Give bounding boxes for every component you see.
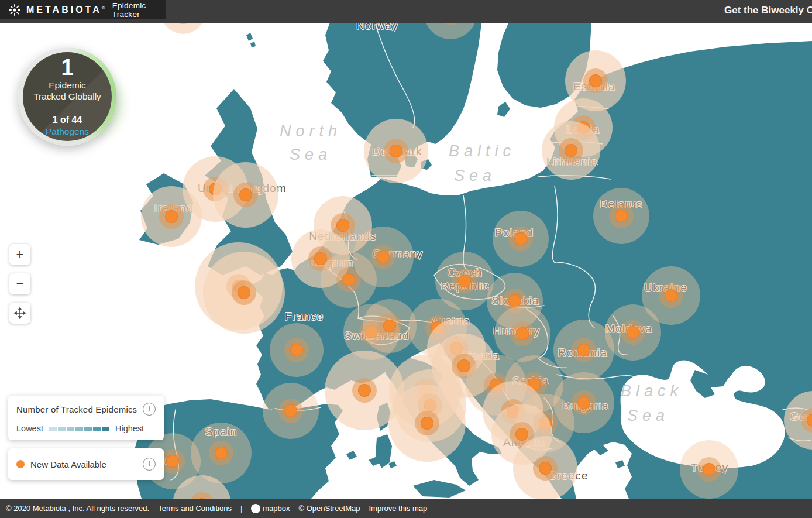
legend-gradient-segment [58, 427, 66, 431]
marker-dot [615, 210, 628, 222]
marker-dot [539, 462, 552, 475]
pan-button[interactable] [9, 303, 30, 324]
mapbox-logo-icon: m [251, 504, 260, 513]
improve-map-link[interactable]: Improve this map [369, 504, 428, 513]
terms-link[interactable]: Terms and Conditions [158, 504, 232, 513]
marker-dot [665, 289, 677, 302]
badge-inner-circle: 1 Epidemic Tracked Globally — 1 of 44 Pa… [23, 52, 112, 141]
new-data-label: New Data Available [30, 459, 143, 469]
badge-divider: — [63, 104, 71, 114]
metabiota-logo-icon [8, 4, 21, 16]
zoom-in-button[interactable]: + [9, 244, 30, 265]
legend-gradient-segment [49, 427, 57, 431]
legend-gradient-segment [93, 427, 101, 431]
footer-bar: © 2020 Metabiota , Inc. All rights reser… [0, 499, 812, 518]
marker-dot [577, 396, 590, 409]
badge-line1: Epidemic [49, 80, 86, 91]
marker-dot [215, 447, 228, 459]
map-controls: + − [9, 244, 30, 324]
marker-dot [565, 144, 577, 157]
footer-separator: | [240, 504, 242, 513]
marker-dot [290, 344, 303, 356]
marker-dot [377, 251, 390, 263]
marker-dot [516, 327, 529, 340]
marker-dot [358, 384, 371, 397]
legend-gradient-segment [84, 427, 92, 431]
marker-dot [421, 417, 433, 430]
legend-lowest-label: Lowest [16, 424, 43, 433]
marker-dot [457, 359, 470, 372]
marker-dot [165, 210, 178, 223]
marker-dot [458, 275, 471, 287]
legend-title: Number of Tracked Epidemics [16, 404, 137, 414]
mapbox-attribution[interactable]: m mapbox [251, 504, 290, 513]
marker-dot [703, 463, 715, 476]
marker-dot [577, 344, 590, 356]
legend-panel: Number of Tracked Epidemics i Lowest Hig… [8, 396, 164, 440]
product-name: Epidemic Tracker [112, 1, 166, 19]
marker-dot [514, 232, 527, 245]
footer-copyright: © 2020 Metabiota , Inc. All rights reser… [6, 504, 149, 513]
registered-mark: ® [102, 5, 105, 10]
legend-gradient-segment [67, 427, 74, 431]
marker-dot [383, 320, 396, 332]
new-data-info-icon[interactable]: i [143, 458, 156, 471]
biweekly-report-link[interactable]: Get the Biweekly O [724, 5, 812, 16]
logo-plate: METABIOTA® Epidemic Tracker [0, 0, 166, 19]
mapbox-wordmark: mapbox [263, 504, 290, 513]
new-data-dot-icon [16, 460, 25, 468]
badge-line2: Tracked Globally [33, 91, 101, 102]
legend-gradient-bar [49, 427, 109, 431]
marker-dot [342, 273, 355, 286]
legend-info-icon[interactable]: i [143, 403, 156, 416]
marker-dot [239, 188, 252, 201]
brand-name: METABIOTA® [26, 5, 105, 15]
marker-dot [166, 455, 179, 468]
marker-dot [238, 286, 250, 299]
pathogen-count: 1 of 44 [53, 114, 82, 126]
marker-dot [627, 326, 639, 339]
epidemic-tracker-app: NorthSeaBalticSeaBlackSeaNorwayDenmarkEs… [0, 0, 812, 518]
marker-dot [589, 74, 602, 87]
legend-highest-label: Highest [115, 424, 144, 433]
legend-gradient-segment [75, 427, 83, 431]
openstreetmap-link[interactable]: © OpenStreetMap [299, 504, 360, 513]
marker-dot [284, 404, 297, 417]
zoom-out-button[interactable]: − [9, 273, 30, 294]
legend-gradient-segment [102, 427, 109, 431]
epidemic-count: 1 [61, 56, 73, 80]
marker-dot [336, 219, 349, 232]
pathogens-link[interactable]: Pathogens [46, 126, 89, 137]
header-bar: Get the Biweekly O METABIOTA® Epidemic T… [0, 0, 812, 23]
marker-dot [390, 145, 402, 157]
epidemic-count-badge: 1 Epidemic Tracked Globally — 1 of 44 Pa… [18, 47, 116, 146]
pan-crosshair-icon [14, 307, 26, 319]
new-data-panel: New Data Available i [8, 448, 164, 480]
marker-dot [515, 428, 528, 441]
